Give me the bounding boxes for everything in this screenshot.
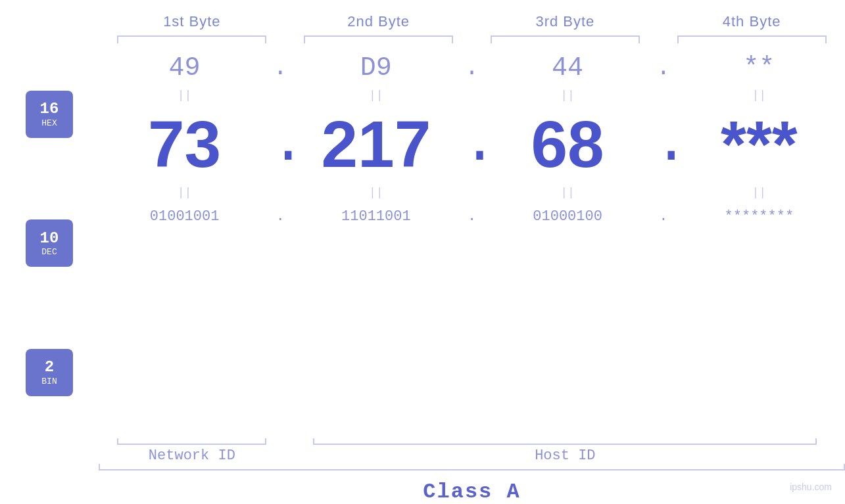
bracket-seg-2 — [285, 35, 472, 37]
dot-dec-2: . — [462, 114, 482, 173]
bracket-seg-1 — [99, 35, 285, 37]
bracket-seg-4 — [658, 35, 845, 37]
bin-val-4: ******** — [673, 208, 845, 225]
dot-hex-1: . — [270, 55, 290, 81]
class-label: Class A — [99, 480, 845, 504]
network-bracket-wrap — [99, 444, 285, 445]
dot-dec-3: . — [654, 114, 673, 173]
dec-val-3: 68 — [482, 111, 654, 177]
bracket-bar-2 — [304, 35, 453, 37]
vbar-values-2: || || || || — [99, 183, 845, 202]
bin-badge: 2 BIN — [26, 349, 73, 396]
host-bracket-wrap — [285, 444, 845, 445]
byte-headers: 1st Byte 2nd Byte 3rd Byte 4th Byte — [0, 13, 845, 30]
bracket-bar-3 — [491, 35, 640, 37]
class-bracket-row — [99, 469, 845, 470]
dot-hex-3: . — [654, 55, 673, 81]
bottom-area: Network ID Host ID Class A — [0, 444, 845, 504]
watermark: ipshu.com — [790, 482, 832, 492]
top-brackets — [0, 35, 845, 37]
hex-val-2: D9 — [290, 53, 462, 83]
bin-val-2: 11011001 — [290, 208, 462, 225]
vbar-3: || — [482, 86, 654, 104]
values-area: 49 . D9 . 44 . ** || || || || — [99, 43, 845, 444]
hex-badge: 16 HEX — [26, 91, 73, 138]
dec-val-2: 217 — [290, 111, 462, 177]
hex-row: 49 . D9 . 44 . ** — [99, 43, 845, 86]
byte-header-3: 3rd Byte — [472, 13, 659, 30]
byte-header-1: 1st Byte — [99, 13, 285, 30]
vbar-values-1: || || || || — [99, 86, 845, 104]
bin-val-3: 01000100 — [482, 208, 654, 225]
dec-badge-label: DEC — [41, 247, 57, 257]
bottom-id-brackets — [99, 444, 845, 445]
class-bracket-bar — [99, 469, 845, 470]
vbar-1: || — [99, 86, 270, 104]
byte-header-4: 4th Byte — [658, 13, 845, 30]
hex-val-1: 49 — [99, 53, 270, 83]
badges-column: 16 HEX 10 DEC 2 BIN — [0, 43, 99, 444]
vbar2-1: || — [99, 183, 270, 202]
vbar2-2: || — [290, 183, 462, 202]
main-container: 1st Byte 2nd Byte 3rd Byte 4th Byte 16 H… — [0, 0, 845, 504]
network-bracket-bar — [117, 444, 266, 445]
dec-badge: 10 DEC — [26, 219, 73, 267]
hex-val-4: ** — [673, 53, 845, 83]
dot-bin-3: . — [654, 208, 673, 225]
id-labels-row: Network ID Host ID — [99, 447, 845, 464]
dot-bin-1: . — [270, 208, 290, 225]
bin-row: 01001001 . 11011001 . 01000100 . *******… — [99, 202, 845, 228]
hex-badge-num: 16 — [40, 101, 59, 118]
dot-hex-2: . — [462, 55, 482, 81]
network-id-label: Network ID — [99, 447, 285, 464]
dec-badge-num: 10 — [40, 230, 59, 247]
vbar-4: || — [673, 86, 845, 104]
host-id-label: Host ID — [285, 447, 845, 464]
content-area: 16 HEX 10 DEC 2 BIN 49 . D9 . 44 . ** — [0, 43, 845, 444]
vbar-row-1: || || || || — [99, 86, 845, 104]
dot-bin-2: . — [462, 208, 482, 225]
bin-badge-num: 2 — [45, 359, 54, 376]
dot-dec-1: . — [270, 114, 290, 173]
dec-row: 73 . 217 . 68 . *** — [99, 104, 845, 183]
host-bracket-bar — [313, 444, 817, 445]
hex-val-3: 44 — [482, 53, 654, 83]
bracket-seg-3 — [472, 35, 659, 37]
vbar2-3: || — [482, 183, 654, 202]
dec-val-4: *** — [673, 111, 845, 177]
bracket-bar-4 — [677, 35, 827, 37]
bracket-bar-1 — [117, 35, 266, 37]
vbar-2: || — [290, 86, 462, 104]
vbar-row-2: || || || || — [99, 183, 845, 202]
bin-badge-label: BIN — [41, 377, 57, 386]
bin-val-1: 01001001 — [99, 208, 270, 225]
hex-badge-label: HEX — [41, 118, 57, 128]
byte-header-2: 2nd Byte — [285, 13, 472, 30]
dec-val-1: 73 — [99, 111, 270, 177]
vbar2-4: || — [673, 183, 845, 202]
